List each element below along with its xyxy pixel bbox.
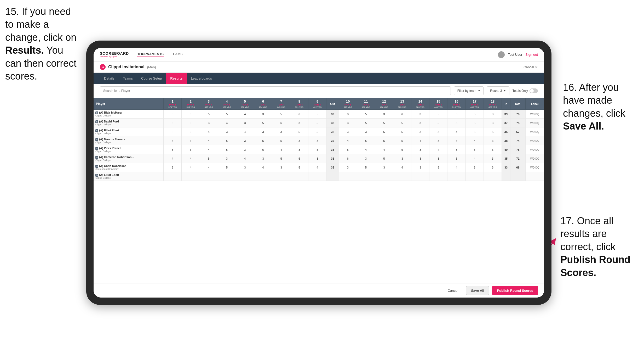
score-cell[interactable]: 5 bbox=[218, 136, 236, 145]
nav-teams[interactable]: TEAMS bbox=[171, 52, 183, 57]
score-cell[interactable]: 6 bbox=[164, 119, 182, 127]
score-cell[interactable]: 5 bbox=[465, 110, 484, 119]
save-all-button[interactable]: Save All bbox=[466, 286, 489, 295]
tab-details[interactable]: Details bbox=[100, 73, 119, 84]
score-cell[interactable]: 5 bbox=[308, 110, 326, 119]
score-cell[interactable]: 4 bbox=[200, 136, 218, 145]
cancel-button[interactable]: Cancel bbox=[443, 286, 463, 295]
score-cell[interactable]: 3 bbox=[182, 136, 200, 145]
sign-out-link[interactable]: Sign out bbox=[525, 53, 538, 57]
score-cell[interactable]: 4 bbox=[200, 163, 218, 172]
dq-label[interactable]: DQ bbox=[535, 139, 539, 142]
score-cell[interactable]: 3 bbox=[393, 154, 411, 163]
score-cell[interactable]: 3 bbox=[375, 163, 393, 172]
score-cell[interactable]: 6 bbox=[484, 145, 502, 154]
score-cell[interactable]: 5 bbox=[254, 119, 272, 127]
dq-label[interactable]: DQ bbox=[535, 122, 539, 125]
score-cell[interactable]: 3 bbox=[290, 136, 308, 145]
score-cell[interactable]: 3 bbox=[254, 154, 272, 163]
dq-label[interactable]: DQ bbox=[535, 148, 539, 151]
score-cell[interactable]: 5 bbox=[393, 136, 411, 145]
score-cell[interactable]: 3 bbox=[357, 154, 375, 163]
score-cell[interactable]: 3 bbox=[447, 119, 465, 127]
score-cell[interactable]: 3 bbox=[429, 154, 447, 163]
score-cell[interactable]: 5 bbox=[357, 136, 375, 145]
score-cell[interactable] bbox=[411, 172, 429, 181]
score-cell[interactable]: 3 bbox=[236, 163, 254, 172]
score-cell[interactable]: 3 bbox=[308, 136, 326, 145]
score-cell[interactable]: 5 bbox=[429, 163, 447, 172]
score-cell[interactable]: 3 bbox=[339, 163, 357, 172]
score-cell[interactable] bbox=[272, 172, 290, 181]
totals-toggle-switch[interactable] bbox=[530, 88, 538, 93]
score-cell[interactable]: 4 bbox=[465, 154, 484, 163]
score-cell[interactable]: 5 bbox=[357, 110, 375, 119]
score-cell[interactable]: 4 bbox=[393, 163, 411, 172]
score-cell[interactable]: 3 bbox=[429, 136, 447, 145]
score-cell[interactable]: 3 bbox=[164, 110, 182, 119]
score-cell[interactable]: 6 bbox=[339, 154, 357, 163]
score-cell[interactable] bbox=[375, 172, 393, 181]
score-cell[interactable]: 3 bbox=[164, 163, 182, 172]
score-cell[interactable]: 5 bbox=[465, 119, 484, 127]
score-cell[interactable]: 3 bbox=[182, 119, 200, 127]
dq-label[interactable]: DQ bbox=[535, 157, 539, 160]
wd-label[interactable]: WD bbox=[530, 148, 535, 151]
dq-label[interactable]: DQ bbox=[535, 113, 539, 116]
score-cell[interactable]: 3 bbox=[484, 136, 502, 145]
score-cell[interactable]: 5 bbox=[254, 136, 272, 145]
round-select-button[interactable]: Round 3 bbox=[487, 86, 509, 95]
score-cell[interactable]: 5 bbox=[290, 127, 308, 136]
score-cell[interactable]: 6 bbox=[465, 127, 484, 136]
score-cell[interactable]: 3 bbox=[339, 119, 357, 127]
score-cell[interactable] bbox=[357, 172, 375, 181]
score-cell[interactable] bbox=[182, 172, 200, 181]
score-cell[interactable]: 3 bbox=[484, 163, 502, 172]
score-cell[interactable]: 4 bbox=[236, 127, 254, 136]
score-cell[interactable]: 4 bbox=[254, 163, 272, 172]
score-cell[interactable]: 3 bbox=[429, 127, 447, 136]
score-cell[interactable]: 5 bbox=[357, 119, 375, 127]
score-cell[interactable]: 6 bbox=[272, 119, 290, 127]
score-cell[interactable]: 5 bbox=[375, 119, 393, 127]
publish-round-scores-button[interactable]: Publish Round Scores bbox=[492, 286, 538, 295]
dq-label[interactable]: DQ bbox=[535, 166, 539, 169]
score-cell[interactable]: 4 bbox=[236, 154, 254, 163]
score-cell[interactable]: 5 bbox=[272, 154, 290, 163]
score-cell[interactable] bbox=[484, 172, 502, 181]
score-cell[interactable] bbox=[200, 172, 218, 181]
score-cell[interactable] bbox=[236, 172, 254, 181]
score-cell[interactable]: 4 bbox=[164, 154, 182, 163]
score-cell[interactable]: 5 bbox=[375, 136, 393, 145]
score-cell[interactable]: 3 bbox=[182, 127, 200, 136]
score-cell[interactable] bbox=[308, 172, 326, 181]
score-cell[interactable]: 3 bbox=[236, 145, 254, 154]
score-cell[interactable]: 4 bbox=[308, 163, 326, 172]
score-cell[interactable]: 3 bbox=[290, 145, 308, 154]
score-cell[interactable]: 5 bbox=[308, 127, 326, 136]
wd-label[interactable]: WD bbox=[530, 113, 535, 116]
score-cell[interactable]: 3 bbox=[308, 154, 326, 163]
score-cell[interactable]: 5 bbox=[308, 119, 326, 127]
wd-label[interactable]: WD bbox=[530, 131, 535, 133]
score-cell[interactable]: 4 bbox=[200, 127, 218, 136]
score-cell[interactable]: 5 bbox=[164, 127, 182, 136]
score-cell[interactable] bbox=[429, 172, 447, 181]
score-cell[interactable]: 3 bbox=[272, 163, 290, 172]
score-cell[interactable]: 3 bbox=[182, 145, 200, 154]
score-cell[interactable]: 5 bbox=[357, 163, 375, 172]
score-cell[interactable]: 5 bbox=[290, 154, 308, 163]
filter-by-team-button[interactable]: Filter by team bbox=[454, 86, 484, 95]
score-cell[interactable]: 5 bbox=[164, 136, 182, 145]
score-cell[interactable]: 5 bbox=[272, 110, 290, 119]
score-cell[interactable]: 5 bbox=[429, 119, 447, 127]
score-cell[interactable] bbox=[164, 172, 182, 181]
score-cell[interactable]: 3 bbox=[218, 154, 236, 163]
score-cell[interactable]: 4 bbox=[339, 136, 357, 145]
score-cell[interactable]: 5 bbox=[200, 154, 218, 163]
score-cell[interactable]: 3 bbox=[484, 119, 502, 127]
score-cell[interactable]: 5 bbox=[308, 145, 326, 154]
score-cell[interactable]: 4 bbox=[447, 163, 465, 172]
score-cell[interactable]: 5 bbox=[254, 145, 272, 154]
tab-teams[interactable]: Teams bbox=[119, 73, 137, 84]
